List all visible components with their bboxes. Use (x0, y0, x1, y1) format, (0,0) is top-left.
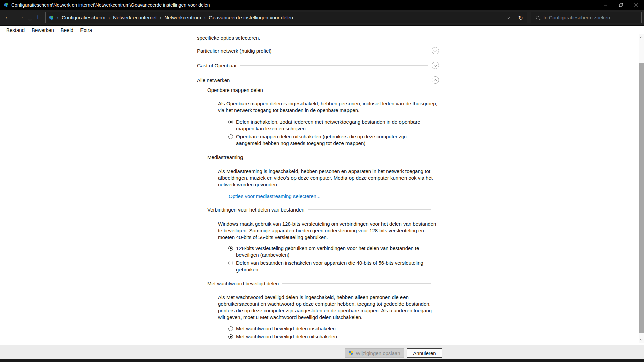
divider (240, 65, 428, 66)
minimize-icon (604, 3, 607, 7)
radio-option-wachtwoord-inschakelen[interactable]: Met wachtwoord beveiligd delen inschakel… (228, 325, 439, 332)
save-changes-button[interactable]: Wijzigingen opslaan (345, 348, 404, 358)
breadcrumb-separator-icon: › (158, 15, 163, 20)
section-title: Verbindingen voor het delen van bestande… (207, 207, 304, 213)
section-wachtwoord-beveiligd: Met wachtwoord beveiligd delen (207, 280, 439, 287)
section-mediastreaming: Mediastreaming (207, 153, 439, 161)
back-button[interactable]: ← (5, 14, 10, 20)
profile-label: Particulier netwerk (huidig profiel) (197, 48, 272, 54)
breadcrumb-item-netwerk-en-internet[interactable]: Netwerk en internet (112, 15, 158, 20)
restore-button[interactable] (613, 0, 629, 10)
search-input[interactable] (543, 15, 637, 20)
radio-icon[interactable] (228, 261, 233, 265)
minimize-button[interactable] (598, 0, 613, 10)
radio-icon[interactable] (228, 246, 233, 251)
breadcrumb-item-netwerkcentrum[interactable]: Netwerkcentrum (163, 15, 202, 20)
chevron-up-icon (433, 79, 437, 83)
bottom-strip (0, 359, 644, 362)
section-title: Met wachtwoord beveiligd delen (207, 281, 279, 286)
cancel-button[interactable]: Annuleren (407, 348, 442, 358)
menu-beeld[interactable]: Beeld (57, 27, 77, 33)
breadcrumb-item-configuratiescherm[interactable]: Configuratiescherm (60, 15, 107, 20)
radio-label: Met wachtwoord beveiligd delen uitschake… (236, 333, 426, 340)
radio-label: Delen inschakelen, zodat iedereen met ne… (236, 119, 426, 132)
close-icon (634, 3, 638, 7)
divider (266, 90, 431, 90)
breadcrumb-separator-icon: › (55, 15, 60, 20)
section-description: Als Met wachtwoord beveiligd delen is in… (218, 294, 438, 321)
radio-icon[interactable] (228, 326, 233, 331)
radio-option-openbare-mappen-uitschakelen[interactable]: Openbare mappen delen uitschakelen (gebr… (228, 133, 439, 147)
radio-option-delen-inschakelen[interactable]: Delen inschakelen, zodat iedereen met ne… (228, 119, 439, 132)
chevron-up-icon (640, 36, 643, 39)
address-dropdown-button[interactable] (507, 17, 509, 19)
radio-option-40-56-bits[interactable]: Delen van bestanden inschakelen voor app… (228, 260, 439, 273)
profile-row-gast: Gast of Openbaar (197, 61, 439, 69)
radio-label: 128-bits versleuteling gebruiken om verb… (236, 245, 426, 258)
chevron-down-icon (640, 337, 643, 340)
radio-label: Delen van bestanden inschakelen voor app… (236, 260, 426, 273)
menu-bestand[interactable]: Bestand (3, 27, 28, 33)
profile-row-particulier: Particulier netwerk (huidig profiel) (197, 47, 439, 55)
expand-particulier-button[interactable] (432, 47, 439, 54)
divider (308, 209, 431, 210)
profile-label: Gast of Openbaar (197, 63, 237, 68)
up-button[interactable]: ↑ (36, 14, 39, 20)
restore-icon (619, 3, 623, 7)
magnifier-icon (536, 16, 539, 19)
intro-text-fragment: specifieke opties selecteren. (197, 35, 439, 41)
search-box[interactable] (531, 12, 642, 23)
radio-option-wachtwoord-uitschakelen[interactable]: Met wachtwoord beveiligd delen uitschake… (228, 333, 439, 340)
section-openbare-mappen: Openbare mappen delen (207, 86, 439, 94)
section-description: Windows maakt gebruik van 128-bits versl… (218, 221, 438, 241)
menu-bar: Bestand Bewerken Beeld Extra (0, 26, 644, 34)
breadcrumb[interactable]: › Configuratiescherm › Netwerk en intern… (45, 12, 527, 23)
collapse-alle-netwerken-button[interactable] (432, 76, 439, 84)
breadcrumb-item-geavanceerde-instellingen[interactable]: Geavanceerde instellingen voor delen (207, 15, 294, 20)
vertical-scrollbar[interactable] (639, 34, 644, 343)
profile-label: Alle netwerken (197, 77, 230, 83)
scroll-down-button[interactable] (639, 336, 644, 343)
forward-button[interactable]: → (18, 14, 24, 20)
radio-label: Openbare mappen delen uitschakelen (gebr… (236, 133, 426, 147)
section-verbindingen: Verbindingen voor het delen van bestande… (207, 206, 439, 213)
refresh-button[interactable]: ↻ (518, 15, 523, 21)
titlebar: Configuratiescherm\Netwerk en internet\N… (0, 0, 644, 10)
menu-extra[interactable]: Extra (77, 27, 95, 33)
window-controls (598, 0, 644, 10)
divider (282, 283, 431, 284)
chevron-down-icon (507, 16, 510, 19)
radio-icon[interactable] (228, 334, 233, 339)
chevron-down-icon (29, 18, 31, 21)
footer-bar: Wijzigingen opslaan Annuleren (0, 345, 644, 359)
radio-option-128-bits[interactable]: 128-bits versleuteling gebruiken om verb… (228, 245, 439, 258)
radio-icon[interactable] (228, 134, 233, 139)
radio-label: Met wachtwoord beveiligd delen inschakel… (236, 325, 426, 332)
scroll-up-button[interactable] (639, 34, 644, 41)
window-title: Configuratiescherm\Netwerk en internet\N… (11, 2, 210, 8)
expand-gast-button[interactable] (432, 62, 439, 69)
chevron-down-icon (433, 48, 437, 52)
profile-row-alle-netwerken: Alle netwerken (197, 76, 439, 84)
control-panel-icon (49, 15, 54, 20)
content-pane: specifieke opties selecteren. Particulie… (0, 34, 639, 345)
chevron-down-icon (433, 63, 437, 67)
breadcrumb-separator-icon: › (107, 15, 112, 20)
section-title: Openbare mappen delen (207, 87, 263, 93)
breadcrumb-separator-icon: › (202, 15, 207, 20)
address-bar: ← → ↑ › Configuratiescherm › Netwerk en … (0, 10, 644, 25)
cancel-label: Annuleren (413, 350, 436, 356)
scrollbar-thumb[interactable] (639, 63, 644, 333)
divider (275, 51, 428, 51)
uac-shield-icon (348, 350, 354, 356)
menu-bewerken[interactable]: Bewerken (28, 27, 57, 33)
section-description: Als Mediastreaming is ingeschakeld, hebb… (218, 168, 438, 188)
close-button[interactable] (629, 0, 644, 10)
radio-icon[interactable] (228, 120, 233, 124)
recent-locations-button[interactable] (29, 16, 31, 22)
section-title: Mediastreaming (207, 154, 243, 160)
divider (233, 80, 428, 80)
section-description: Als Openbare mappen delen is ingeschakel… (218, 100, 438, 114)
mediastreaming-options-link[interactable]: Opties voor mediastreaming selecteren... (229, 193, 320, 199)
save-changes-label: Wijzigingen opslaan (356, 350, 400, 356)
